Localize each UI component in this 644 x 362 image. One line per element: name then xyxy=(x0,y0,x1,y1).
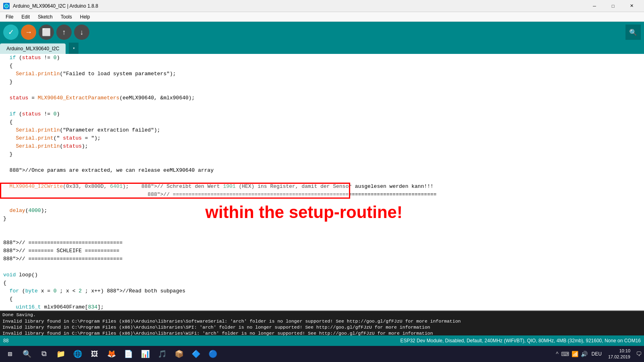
code-line xyxy=(0,158,644,167)
code-line: Serial.println("Failed to load system pa… xyxy=(0,70,644,78)
language-indicator: DEU xyxy=(590,351,603,357)
code-line: if (status != 0) xyxy=(0,54,644,62)
taskbar-ie[interactable]: 🌐 xyxy=(69,346,86,362)
code-line: delay(4000); xyxy=(0,207,644,215)
start-button[interactable]: ⊞ xyxy=(2,346,19,362)
app-icon xyxy=(3,3,10,9)
menu-sketch[interactable]: Sketch xyxy=(34,13,57,21)
taskbar-photos[interactable]: 🖼 xyxy=(86,346,103,362)
code-line: } xyxy=(0,215,644,223)
taskbar-arduino2[interactable]: 🔵 xyxy=(204,346,221,362)
close-button[interactable]: ✕ xyxy=(622,0,641,12)
save-button[interactable]: ↓ xyxy=(74,25,89,40)
tab-bar: Arduino_MLX90640_I2C ▾ xyxy=(0,43,644,54)
new-button[interactable]: ⬜ xyxy=(39,25,54,40)
time-display: 10:10 xyxy=(608,348,630,354)
svg-point-0 xyxy=(4,4,8,8)
code-line xyxy=(0,263,644,271)
code-line: MLX90640_I2CWrite(0x33, 0x800D, 6401); 8… xyxy=(0,183,644,191)
window-controls: ─ □ ✕ xyxy=(585,0,641,12)
code-line xyxy=(0,231,644,239)
taskbar-arduino1[interactable]: 🔷 xyxy=(188,346,204,362)
title-bar: Arduino_MLX90640_I2C | Arduino 1.8.8 ─ □… xyxy=(0,0,644,12)
toolbar: ✓ → ⬜ ↑ ↓ 🔍 xyxy=(0,22,644,43)
date-display: 17.02.2019 xyxy=(608,354,630,360)
code-line: { xyxy=(0,279,644,287)
code-line: 888">// ============================== xyxy=(0,255,644,263)
output-line-1: Invalid library found in C:\Program File… xyxy=(0,318,644,324)
tab-label: Arduino_MLX90640_I2C xyxy=(6,46,59,51)
minimize-button[interactable]: ─ xyxy=(585,0,604,12)
code-line: 888">//Once params are extracted, we can… xyxy=(0,167,644,175)
verify-button[interactable]: ✓ xyxy=(3,25,19,40)
taskbar-app1[interactable]: 🎵 xyxy=(154,346,171,362)
code-line xyxy=(0,86,644,94)
code-line: Serial.println(status); xyxy=(0,142,644,150)
notification-icon[interactable]: 🗨 xyxy=(635,351,642,357)
tray-show-hidden[interactable]: ^ xyxy=(555,351,559,357)
code-line: Serial.println("Parameter extraction fai… xyxy=(0,126,644,134)
menu-bar: File Edit Sketch Tools Help xyxy=(0,12,644,22)
code-line: uint16_t mlx90640Frame[834]; xyxy=(0,303,644,311)
code-line xyxy=(0,175,644,183)
code-line: { xyxy=(0,295,644,303)
editor-tab[interactable]: Arduino_MLX90640_I2C xyxy=(0,43,66,54)
maximize-button[interactable]: □ xyxy=(604,0,622,12)
output-line-3: Invalid library found in C:\Program File… xyxy=(0,330,644,335)
code-line xyxy=(0,102,644,110)
code-line: if (status != 0) xyxy=(0,110,644,118)
code-line: status = MLX90640_ExtractParameters(eeML… xyxy=(0,94,644,102)
code-line: 888">// ================================… xyxy=(0,191,644,199)
output-status: Done Saving. xyxy=(0,311,644,318)
open-button[interactable]: ↑ xyxy=(56,25,72,40)
taskbar-excel[interactable]: 📊 xyxy=(137,346,154,362)
code-line xyxy=(0,223,644,231)
taskbar-word[interactable]: 📄 xyxy=(120,346,137,362)
tab-dropdown[interactable]: ▾ xyxy=(69,43,78,54)
code-line: 888">// ======== SCHLEIFE =========== xyxy=(0,247,644,255)
window-title: Arduino_MLX90640_I2C | Arduino 1.8.8 xyxy=(13,3,98,9)
output-area: Done Saving. Invalid library found in C:… xyxy=(0,311,644,335)
menu-file[interactable]: File xyxy=(2,13,17,21)
menu-tools[interactable]: Tools xyxy=(57,13,76,21)
code-line xyxy=(0,199,644,207)
taskbar: ⊞ 🔍 ⧉ 📁 🌐 🖼 🦊 📄 📊 🎵 📦 🔷 🔵 ^ ⌨ 📶 🔊 DEU 10… xyxy=(0,346,644,362)
search-taskbar-button[interactable]: 🔍 xyxy=(19,346,35,362)
search-button[interactable]: 🔍 xyxy=(625,25,641,40)
code-line: { xyxy=(0,62,644,70)
tray-network[interactable]: 📶 xyxy=(571,351,579,357)
code-line: { xyxy=(0,118,644,126)
task-view-button[interactable]: ⧉ xyxy=(35,346,52,362)
taskbar-app2[interactable]: 📦 xyxy=(171,346,188,362)
tray-keyboard[interactable]: ⌨ xyxy=(560,351,570,357)
taskbar-firefox[interactable]: 🦊 xyxy=(103,346,120,362)
tray-volume[interactable]: 🔊 xyxy=(580,351,588,357)
code-line: } xyxy=(0,150,644,158)
menu-edit[interactable]: Edit xyxy=(17,13,34,21)
taskbar-explorer[interactable]: 📁 xyxy=(52,346,69,362)
code-line: 888">// ============================== xyxy=(0,239,644,247)
line-number: 88 xyxy=(3,338,8,343)
code-line: } xyxy=(0,78,644,86)
code-line: void loop() xyxy=(0,271,644,279)
menu-help[interactable]: Help xyxy=(76,13,94,21)
upload-button[interactable]: → xyxy=(21,25,36,40)
output-line-2: Invalid library found in C:\Program File… xyxy=(0,324,644,330)
clock: 10:10 17.02.2019 xyxy=(605,348,634,360)
code-line: Serial.print(" status = "); xyxy=(0,134,644,142)
editor-content: if (status != 0) { Serial.println("Faile… xyxy=(0,54,644,311)
code-line: for (byte x = 0 ; x < 2 ; x++) 888">//Re… xyxy=(0,287,644,295)
status-bar: 88 ESP32 Dev Module, Disabled, Default, … xyxy=(0,335,644,346)
board-info: ESP32 Dev Module, Disabled, Default, 240… xyxy=(400,338,641,343)
editor: if (status != 0) { Serial.println("Faile… xyxy=(0,54,644,311)
